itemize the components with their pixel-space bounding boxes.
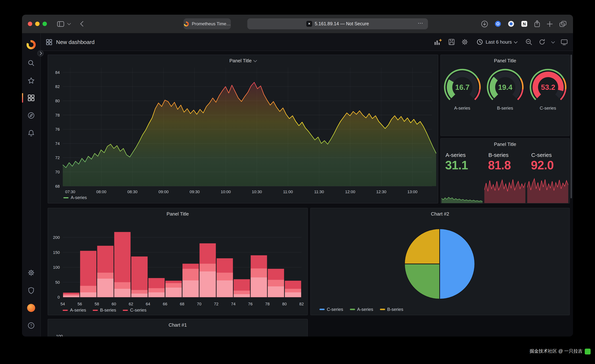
refresh-button[interactable] — [538, 38, 545, 45]
bell-icon — [28, 129, 35, 137]
user-avatar[interactable] — [24, 300, 38, 315]
tab-overview-button[interactable] — [560, 21, 567, 27]
tab-prometheus[interactable]: Prometheus Time… — [184, 18, 231, 29]
back-button[interactable] — [80, 21, 84, 27]
svg-text:09:30: 09:30 — [190, 190, 200, 194]
gauge-chart[interactable]: 19.4 — [483, 67, 527, 105]
timeseries-legend[interactable]: A-series — [63, 195, 87, 200]
share-button[interactable] — [534, 20, 540, 28]
page-more-icon[interactable]: ⋯ — [418, 20, 424, 26]
nav-server-admin[interactable] — [24, 283, 38, 298]
panel-title[interactable]: Panel Title — [441, 57, 569, 64]
gauge-label: B-series — [497, 106, 513, 111]
gauge-chart[interactable]: 53.2 — [526, 67, 570, 105]
scrollbar-thumb[interactable] — [570, 55, 572, 198]
svg-text:72: 72 — [214, 302, 219, 306]
nav-help[interactable]: ? — [24, 318, 38, 333]
svg-text:08:30: 08:30 — [127, 190, 137, 194]
zoom-out-time-button[interactable] — [525, 38, 532, 45]
svg-text:50: 50 — [55, 280, 60, 285]
notion-icon: N — [521, 21, 528, 27]
legend-item[interactable]: B-series — [380, 307, 403, 312]
panel-title[interactable]: Panel Title — [441, 141, 569, 147]
legend-item[interactable]: C-series — [123, 307, 146, 313]
legend-label: B-series — [100, 307, 116, 313]
refresh-interval-caret[interactable] — [551, 40, 555, 43]
stat-value: 81.8 — [488, 158, 511, 172]
panel-title[interactable]: Chart #1 — [48, 322, 307, 328]
watermark-text: 掘金技术社区 @ 一只拉吉 — [530, 348, 582, 355]
zoom-window-button[interactable] — [42, 22, 47, 26]
svg-text:10:30: 10:30 — [252, 190, 262, 194]
grafana-logo[interactable] — [26, 40, 36, 50]
extension-round-button[interactable] — [508, 21, 514, 27]
nav-configuration[interactable] — [24, 265, 38, 280]
minimize-window-button[interactable] — [35, 22, 40, 26]
time-range-picker[interactable]: Last 6 hours — [475, 38, 519, 45]
stat-c-series: C-series 92.0 — [526, 139, 569, 203]
refresh-icon — [538, 38, 545, 45]
browser-window: Prometheus Time… × 5.161.89.14 — Not Sec… — [22, 15, 573, 336]
back-icon — [80, 21, 84, 27]
svg-text:64: 64 — [146, 302, 150, 306]
dashboards-icon — [28, 94, 35, 101]
tv-mode-button[interactable] — [560, 38, 568, 45]
panel-timeseries: 68707274767880828407:3008:0008:3009:0009… — [48, 55, 438, 203]
dashboard-grid-icon — [46, 39, 52, 45]
nav-explore[interactable] — [24, 108, 38, 123]
histogram-legend: A-series B-series C-series — [63, 307, 146, 313]
nav-alerting[interactable] — [24, 126, 38, 140]
svg-text:74: 74 — [55, 141, 60, 146]
save-dashboard-button[interactable] — [448, 38, 455, 45]
panel-title[interactable]: Panel Title — [48, 57, 438, 64]
new-tab-button[interactable] — [547, 21, 553, 27]
panel-pie: Chart #2 C-series A-series B-series — [310, 208, 570, 315]
dashboard-canvas: 68707274767880828407:3008:0008:3009:0009… — [41, 51, 573, 336]
svg-text:19.4: 19.4 — [498, 83, 512, 91]
svg-text:60: 60 — [112, 302, 116, 306]
gauge-label: C-series — [540, 106, 556, 111]
histogram-chart[interactable]: 0501001502005456586062646668707274767880… — [48, 208, 307, 315]
panel-title[interactable]: Panel Title — [48, 211, 307, 217]
pie-chart[interactable] — [403, 227, 476, 300]
svg-text:82: 82 — [55, 84, 60, 89]
legend-marker — [93, 310, 98, 311]
grafana-nav-rail: ? — [22, 33, 41, 336]
svg-text:13:00: 13:00 — [407, 190, 418, 194]
gauge-row: 16.7 A-series 19.4 B-series 53.2 C-serie… — [441, 67, 569, 111]
legend-item[interactable]: A-series — [350, 307, 373, 312]
nav-search[interactable] — [24, 56, 38, 70]
add-panel-button[interactable] — [434, 38, 442, 46]
timeseries-chart[interactable]: 68707274767880828407:3008:0008:3009:0009… — [48, 55, 438, 203]
panel-title[interactable]: Chart #2 — [311, 211, 569, 217]
panel-menu-caret — [253, 58, 257, 62]
legend-label: A-series — [71, 195, 87, 200]
tab-active-address[interactable]: × 5.161.89.14 — Not Secure ⋯ — [247, 18, 428, 29]
gauge-chart[interactable]: 16.7 — [440, 67, 484, 105]
svg-text:56: 56 — [78, 302, 82, 306]
chevron-down-icon[interactable] — [67, 21, 71, 25]
watermark: 掘金技术社区 @ 一只拉吉 — [530, 348, 591, 355]
svg-text:11:30: 11:30 — [314, 190, 324, 194]
compass-icon — [28, 112, 35, 119]
notion-extension-button[interactable]: N — [521, 21, 528, 27]
nav-expand-button[interactable] — [37, 50, 44, 57]
legend-item[interactable]: A-series — [63, 307, 86, 313]
nav-starred[interactable] — [24, 73, 38, 88]
close-window-button[interactable] — [28, 22, 32, 26]
extension-round-icon — [508, 21, 514, 27]
svg-text:07:30: 07:30 — [65, 190, 75, 194]
dashboard-settings-button[interactable] — [461, 38, 468, 45]
help-icon: ? — [28, 322, 35, 329]
sidebar-toggle-button[interactable] — [57, 21, 64, 27]
legend-item[interactable]: B-series — [93, 307, 116, 313]
downloads-button[interactable] — [481, 20, 488, 27]
nav-dashboards[interactable] — [24, 91, 38, 105]
legend-label: A-series — [357, 307, 373, 312]
address-text: 5.161.89.14 — Not Secure — [315, 21, 369, 26]
svg-text:08:00: 08:00 — [96, 190, 106, 194]
legend-item[interactable]: C-series — [319, 307, 343, 312]
zoom-out-icon — [525, 38, 532, 45]
extension-blue-button[interactable] — [495, 21, 501, 27]
window-controls — [28, 22, 47, 26]
